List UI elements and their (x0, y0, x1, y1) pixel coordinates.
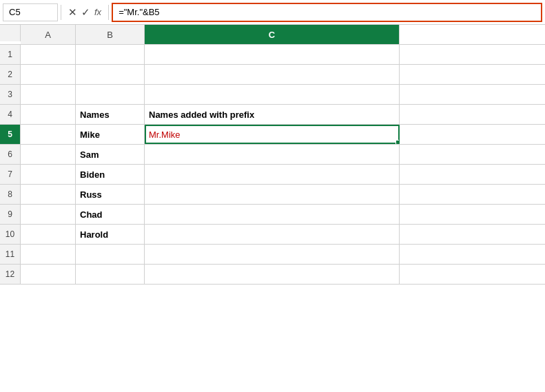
cell-b4[interactable]: Names (76, 105, 145, 124)
cell-b5[interactable]: Mike (76, 125, 145, 144)
cell-c3[interactable] (145, 85, 400, 104)
table-row: 9Chad (0, 205, 545, 225)
row-number: 8 (0, 185, 21, 204)
column-headers: A B C (0, 25, 545, 45)
cell-a4[interactable] (21, 105, 76, 124)
cell-a12[interactable] (21, 265, 76, 284)
cell-a5[interactable] (21, 125, 76, 144)
cell-a2[interactable] (21, 65, 76, 84)
cell-reference-box[interactable]: C5 (3, 3, 58, 21)
cell-c2[interactable] (145, 65, 400, 84)
cell-c1[interactable] (145, 45, 400, 64)
row-number: 7 (0, 165, 21, 184)
table-row: 12 (0, 265, 545, 285)
row-number: 12 (0, 265, 21, 284)
table-row: 11 (0, 245, 545, 265)
row-number: 5 (0, 125, 21, 144)
formula-bar-icons: ✕ ✓ fx (64, 7, 105, 17)
cell-c8[interactable] (145, 185, 400, 204)
table-row: 4NamesNames added with prefix (0, 105, 545, 125)
grid-body: 1234NamesNames added with prefix5MikeMr.… (0, 45, 545, 285)
row-number: 11 (0, 245, 21, 264)
row-number: 1 (0, 45, 21, 64)
cell-a7[interactable] (21, 165, 76, 184)
cell-b6[interactable]: Sam (76, 145, 145, 164)
cell-c10[interactable] (145, 225, 400, 244)
spreadsheet: A B C 1234NamesNames added with prefix5M… (0, 25, 545, 285)
cell-c12[interactable] (145, 265, 400, 284)
cell-c11[interactable] (145, 245, 400, 264)
col-header-a[interactable]: A (21, 25, 76, 44)
table-row: 2 (0, 65, 545, 85)
cell-c4[interactable]: Names added with prefix (145, 105, 400, 124)
cell-b9[interactable]: Chad (76, 205, 145, 224)
cell-b8[interactable]: Russ (76, 185, 145, 204)
cell-b2[interactable] (76, 65, 145, 84)
cell-c9[interactable] (145, 205, 400, 224)
formula-value: ="Mr."&B5 (119, 7, 159, 17)
cell-a6[interactable] (21, 145, 76, 164)
row-number: 4 (0, 105, 21, 124)
cell-b1[interactable] (76, 45, 145, 64)
table-row: 5MikeMr.Mike (0, 125, 545, 145)
cell-c5[interactable]: Mr.Mike (145, 125, 400, 144)
cell-c6[interactable] (145, 145, 400, 164)
formula-bar: C5 ✕ ✓ fx ="Mr."&B5 (0, 0, 545, 25)
col-header-c[interactable]: C (145, 25, 400, 44)
cell-a11[interactable] (21, 245, 76, 264)
formula-bar-divider (61, 5, 61, 20)
cell-a10[interactable] (21, 225, 76, 244)
table-row: 1 (0, 45, 545, 65)
row-number: 6 (0, 145, 21, 164)
table-row: 6Sam (0, 145, 545, 165)
cell-ref-label: C5 (9, 7, 21, 17)
cell-a1[interactable] (21, 45, 76, 64)
cell-a3[interactable] (21, 85, 76, 104)
row-number: 3 (0, 85, 21, 104)
col-header-b[interactable]: B (76, 25, 145, 44)
cell-c7[interactable] (145, 165, 400, 184)
cancel-icon[interactable]: ✕ (68, 7, 77, 17)
row-number: 2 (0, 65, 21, 84)
cell-b10[interactable]: Harold (76, 225, 145, 244)
row-number: 10 (0, 225, 21, 244)
confirm-icon[interactable]: ✓ (81, 7, 90, 17)
cell-a9[interactable] (21, 205, 76, 224)
cell-b3[interactable] (76, 85, 145, 104)
table-row: 3 (0, 85, 545, 105)
cell-b11[interactable] (76, 245, 145, 264)
fx-icon[interactable]: fx (94, 8, 101, 17)
cell-b12[interactable] (76, 265, 145, 284)
row-number: 9 (0, 205, 21, 224)
table-row: 8Russ (0, 185, 545, 205)
cell-b7[interactable]: Biden (76, 165, 145, 184)
cell-a8[interactable] (21, 185, 76, 204)
table-row: 10Harold (0, 225, 545, 245)
row-num-header-spacer (0, 25, 21, 41)
formula-input[interactable]: ="Mr."&B5 (112, 3, 542, 22)
formula-bar-divider2 (108, 5, 109, 20)
table-row: 7Biden (0, 165, 545, 185)
